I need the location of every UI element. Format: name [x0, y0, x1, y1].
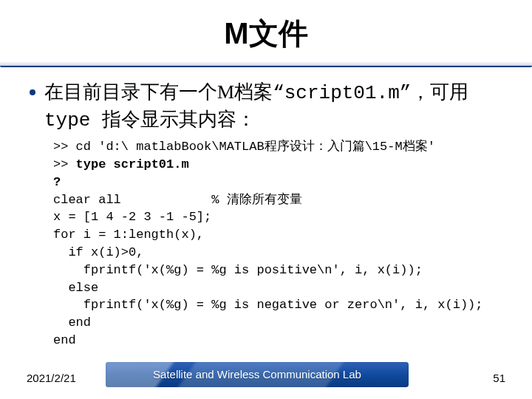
code-l11: end [53, 316, 91, 330]
footer-banner: Satellite and Wireless Communication Lab [106, 362, 409, 387]
slide: M文件 在目前目录下有一个M档案“script01.m”，可用 type 指令显… [0, 0, 532, 399]
code-block: >> cd 'd:\ matlabBook\MATLAB程序设计：入门篇\15-… [53, 138, 502, 349]
code-l06: for i = 1:length(x), [53, 228, 204, 242]
code-l01b: d:\ matlabBook\MATLAB程序设计：入门篇\15-M档案' [106, 140, 434, 154]
code-l05: x = [1 4 -2 3 -1 -5]; [53, 210, 211, 224]
slide-title: M文件 [221, 13, 310, 58]
code-l07: if x(i)>0, [53, 245, 143, 259]
code-l02b: type script01.m [76, 157, 189, 171]
bullet-dot-icon [30, 89, 35, 95]
code-l10: fprintf('x(%g) = %g is negative or zero\… [53, 298, 483, 312]
footer-lab: Satellite and Wireless Communication Lab [106, 362, 409, 387]
bullet-text: 在目前目录下有一个M档案“script01.m”，可用 type 指令显示其内容… [44, 79, 468, 134]
code-l04: clear all % 清除所有变量 [53, 193, 302, 207]
title-underline [0, 61, 532, 67]
code-l08: fprintf('x(%g) = %g is positive\n', i, x… [53, 263, 423, 277]
bullet-line2: type 指令显示其内容： [44, 109, 256, 132]
code-l09: else [53, 281, 98, 295]
code-l12: end [53, 333, 76, 347]
body: 在目前目录下有一个M档案“script01.m”，可用 type 指令显示其内容… [0, 67, 532, 349]
bullet-line1-suffix: ，可用 [411, 81, 468, 103]
footer-page-number: 51 [493, 372, 505, 384]
code-l03: ? [53, 175, 61, 189]
code-l02a: >> [53, 157, 76, 171]
bullet-line1-prefix: 在目前目录下有一个M档案 [44, 81, 273, 103]
bullet-line1-quoted: “script01.m” [273, 82, 411, 104]
footer-date: 2021/2/21 [27, 372, 76, 384]
bullet-row: 在目前目录下有一个M档案“script01.m”，可用 type 指令显示其内容… [30, 79, 502, 134]
title-area: M文件 [0, 0, 532, 67]
code-l01a: >> cd ' [53, 140, 106, 154]
